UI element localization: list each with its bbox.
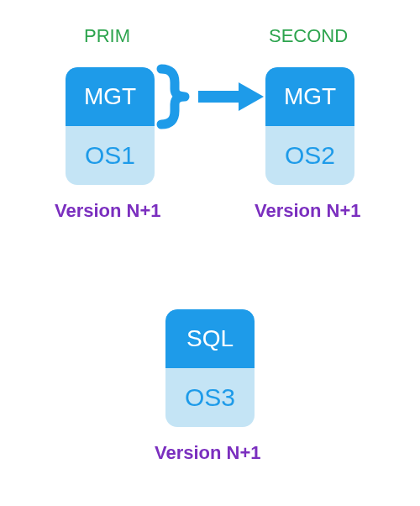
version-label-primary: Version N+1: [55, 200, 161, 222]
version-label-sql: Version N+1: [155, 442, 261, 464]
role-label-primary: PRIM: [84, 25, 130, 47]
box-primary: MGT OS1: [66, 67, 155, 185]
box-secondary-top: MGT: [265, 67, 354, 126]
box-secondary: MGT OS2: [265, 67, 354, 185]
box-sql-bottom: OS3: [165, 368, 255, 427]
role-label-secondary: SECOND: [269, 25, 348, 47]
box-sql-top: SQL: [165, 309, 255, 368]
box-primary-bottom: OS1: [66, 126, 155, 185]
box-sql: SQL OS3: [165, 309, 255, 427]
version-label-secondary: Version N+1: [255, 200, 361, 222]
svg-marker-1: [239, 82, 264, 111]
box-primary-top: MGT: [66, 67, 155, 126]
brace-arrow-icon: [155, 59, 265, 134]
box-secondary-bottom: OS2: [265, 126, 354, 185]
